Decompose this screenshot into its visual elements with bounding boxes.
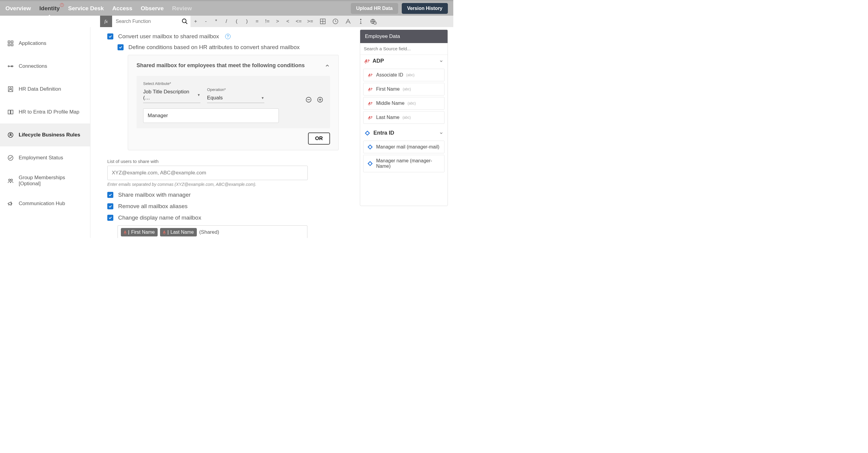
sidebar-item-applications[interactable]: Applications — [0, 32, 90, 55]
source-entra[interactable]: Entra ID — [360, 127, 447, 139]
op-lt[interactable]: < — [283, 19, 293, 24]
check-icon — [108, 34, 113, 38]
alert-icon: ! — [60, 3, 64, 7]
attribute-select[interactable]: Job Title Description (… ▼ — [143, 87, 200, 103]
entra-logo-icon — [367, 144, 373, 150]
clock-icon[interactable] — [332, 18, 339, 25]
status-icon — [7, 155, 14, 161]
or-button[interactable]: OR — [308, 132, 330, 144]
operation-field: Operation* Equals ▼ — [207, 87, 264, 103]
sidebar-item-hr-data-definition[interactable]: HR Data Definition — [0, 78, 90, 101]
field-type: (abc) — [402, 116, 410, 120]
sidebar-item-label: Group Memberships [Optional] — [19, 175, 83, 187]
adp-badge-icon: A͎? — [367, 100, 373, 106]
search-icon[interactable] — [181, 18, 188, 25]
adp-badge-icon: A͎ — [124, 230, 126, 234]
condition-value-input[interactable]: Manager — [143, 108, 279, 123]
tab-overview[interactable]: Overview — [5, 5, 31, 12]
op-gte[interactable]: >= — [304, 19, 316, 24]
field-type: (abc) — [407, 101, 415, 105]
operation-select[interactable]: Equals ▼ — [207, 93, 264, 103]
adp-badge-icon: A͎ — [163, 230, 165, 234]
define-conditions-checkbox[interactable] — [118, 44, 124, 50]
tab-service-desk[interactable]: Service Desk — [68, 5, 104, 12]
convert-mailbox-checkbox[interactable] — [107, 33, 113, 39]
tab-identity[interactable]: Identity ! — [39, 5, 60, 12]
check-icon — [108, 204, 113, 208]
sidebar-item-employment-status[interactable]: Employment Status — [0, 147, 90, 169]
op-rparen[interactable]: ) — [242, 19, 252, 24]
share-manager-checkbox[interactable] — [107, 192, 113, 198]
svg-point-6 — [361, 19, 361, 20]
svg-rect-12 — [11, 41, 13, 43]
svg-point-19 — [10, 88, 11, 90]
svg-line-1 — [186, 22, 187, 24]
tab-observe[interactable]: Observe — [141, 5, 164, 12]
users-input[interactable] — [107, 166, 308, 180]
field-associate-id[interactable]: A͎? Associate ID (abc) — [363, 69, 444, 81]
sidebar-item-label: Communication Hub — [19, 201, 65, 206]
op-lparen[interactable]: ( — [231, 19, 242, 24]
sidebar-item-connections[interactable]: Connections — [0, 55, 90, 78]
help-icon[interactable]: ? — [225, 34, 230, 39]
share-manager-label: Share mailbox with manager — [118, 192, 191, 198]
op-minus[interactable]: - — [201, 19, 211, 24]
field-middle-name[interactable]: A͎? Middle Name (abc) — [363, 97, 444, 110]
operation-value: Equals — [207, 95, 223, 101]
display-name-input[interactable]: A͎|First Name A͎|Last Name (Shared) — [118, 225, 307, 238]
adp-badge-icon: A͎? — [367, 86, 373, 92]
sidebar-item-label: HR Data Definition — [19, 86, 61, 92]
op-divide[interactable]: / — [221, 19, 231, 24]
remove-aliases-checkbox[interactable] — [107, 203, 113, 209]
adp-badge-icon: A͎? — [367, 72, 373, 78]
table-icon[interactable] — [319, 18, 326, 25]
remove-condition-button[interactable] — [305, 96, 312, 103]
main-layout: Applications Connections HR Data Definit… — [0, 27, 453, 238]
upload-hr-data-button[interactable]: Upload HR Data — [351, 3, 398, 14]
display-name-token-last[interactable]: A͎|Last Name — [160, 228, 197, 236]
panel-title: Employee Data — [360, 30, 447, 43]
entra-logo-icon — [367, 161, 373, 167]
sidebar: Applications Connections HR Data Definit… — [0, 27, 90, 238]
font-icon[interactable] — [345, 18, 351, 25]
add-condition-button[interactable] — [317, 96, 323, 103]
sidebar-item-communication-hub[interactable]: Communication Hub — [0, 192, 90, 215]
op-multiply[interactable]: * — [211, 19, 221, 24]
op-gt[interactable]: > — [273, 19, 283, 24]
globe-timezone-icon[interactable] — [370, 18, 377, 25]
field-type: (abc) — [406, 73, 414, 77]
info-icon[interactable] — [358, 18, 364, 25]
source-adp[interactable]: A͎? ADP — [360, 55, 447, 67]
change-display-label: Change display name of mailbox — [118, 215, 201, 221]
panel-body: A͎? ADP A͎? Associate ID (abc) A͎? First… — [360, 43, 447, 206]
sidebar-item-lifecycle-rules[interactable]: Lifecycle Business Rules — [0, 124, 90, 147]
op-neq[interactable]: != — [262, 19, 273, 24]
attribute-value: Job Title Description (… — [143, 89, 197, 101]
op-lte[interactable]: <= — [293, 19, 304, 24]
version-history-button[interactable]: Version History — [402, 3, 448, 14]
field-first-name[interactable]: A͎? First Name (abc) — [363, 83, 444, 95]
chevron-up-icon[interactable] — [324, 63, 330, 68]
tab-access[interactable]: Access — [112, 5, 132, 12]
display-name-token-first[interactable]: A͎|First Name — [121, 228, 158, 236]
field-last-name[interactable]: A͎? Last Name (abc) — [363, 111, 444, 124]
sidebar-item-group-memberships[interactable]: Group Memberships [Optional] — [0, 169, 90, 192]
source-label: ADP — [373, 58, 384, 64]
panel-search-input[interactable] — [364, 46, 444, 51]
sidebar-item-label: HR to Entra ID Profile Map — [19, 109, 79, 115]
sidebar-item-hr-entra-map[interactable]: HR to Entra ID Profile Map — [0, 101, 90, 124]
formula-bar: fx + - * / ( ) = != > < <= >= — [100, 16, 453, 27]
check-icon — [108, 193, 113, 197]
op-plus[interactable]: + — [190, 19, 201, 24]
change-display-checkbox[interactable] — [107, 215, 113, 221]
sidebar-item-label: Employment Status — [19, 155, 63, 161]
function-search-input[interactable] — [116, 19, 181, 24]
formula-tool-icons — [319, 16, 377, 27]
change-display-row: Change display name of mailbox — [107, 215, 441, 221]
condition-header: Shared mailbox for employees that meet t… — [136, 62, 330, 69]
field-manager-name[interactable]: Manager name (manager-Name) — [363, 155, 444, 172]
tab-review[interactable]: Review — [172, 5, 192, 12]
field-manager-mail[interactable]: Manager mail (manager-mail) — [363, 141, 444, 153]
op-eq[interactable]: = — [252, 19, 262, 24]
tab-label: Identity — [39, 5, 60, 11]
